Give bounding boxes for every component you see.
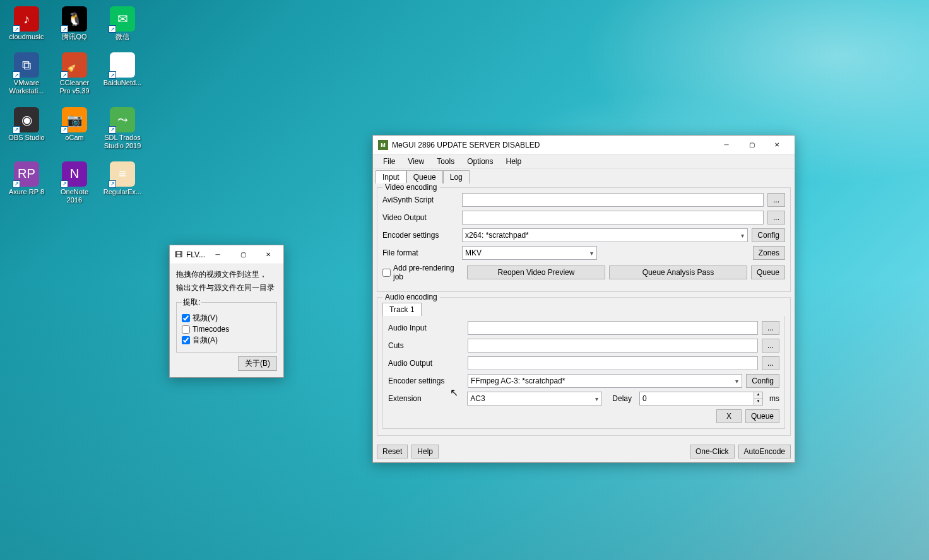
- avisynth-browse-button[interactable]: ...: [767, 193, 785, 207]
- desktop-icon-qq[interactable]: 🐧↗腾讯QQ: [53, 5, 96, 42]
- video-config-button[interactable]: Config: [752, 228, 785, 242]
- queue-analysis-button[interactable]: Queue Analysis Pass: [609, 265, 747, 279]
- flv-audio-checkbox[interactable]: [182, 336, 190, 344]
- audio-x-button[interactable]: X: [716, 409, 742, 423]
- flv-window: 🎞 FLV... ─ ▢ ✕ 拖拽你的视频文件到这里， 输出文件与源文件在同一目…: [169, 245, 284, 378]
- cuts-input[interactable]: [468, 339, 758, 353]
- audio-input-browse-button[interactable]: ...: [762, 321, 779, 335]
- desktop-icon-[interactable]: ✉↗微信: [101, 5, 144, 42]
- shortcut-arrow-icon: ↗: [61, 25, 68, 33]
- flv-video-checkbox[interactable]: [182, 314, 190, 322]
- desktop-icon-obsstudio[interactable]: ◉↗OBS Studio: [5, 106, 48, 151]
- flv-audio-checkbox-row[interactable]: 音频(A): [182, 335, 271, 346]
- video-encoder-select[interactable]: [462, 228, 748, 242]
- megui-minimize-button[interactable]: ─: [714, 136, 739, 154]
- shortcut-arrow-icon: ↗: [109, 25, 116, 33]
- flv-close-button[interactable]: ✕: [256, 246, 281, 264]
- desktop-icon-ocam[interactable]: 📷↗oCam: [53, 106, 96, 151]
- megui-close-button[interactable]: ✕: [764, 136, 790, 154]
- video-output-browse-button[interactable]: ...: [767, 211, 785, 225]
- zones-button[interactable]: Zones: [753, 246, 785, 260]
- desktop-icon-sdltrados[interactable]: ⤳↗SDL Trados Studio 2019: [101, 106, 144, 151]
- reopen-preview-button[interactable]: Reopen Video Preview: [467, 265, 605, 279]
- ms-label: ms: [769, 394, 779, 403]
- autoencode-button[interactable]: AutoEncode: [738, 445, 791, 458]
- audio-encoding-group: Audio encoding Track 1 Audio Input ... C…: [377, 297, 791, 436]
- desktop-icon-label: cloudmusic: [9, 33, 44, 41]
- flv-timecodes-label: Timecodes: [192, 325, 229, 334]
- prerender-checkbox-row[interactable]: Add pre-rendering job: [382, 264, 463, 281]
- desktop-icons-area: ♪↗cloudmusic🐧↗腾讯QQ✉↗微信⧉↗VMware Workstati…: [5, 5, 144, 214]
- extension-select[interactable]: [467, 392, 602, 405]
- audio-encoder-select[interactable]: [468, 374, 742, 388]
- desktop-icon-baidunetd[interactable]: ☁↗BaiduNetd...: [101, 51, 144, 96]
- desktop-icon-cloudmusic[interactable]: ♪↗cloudmusic: [5, 5, 48, 42]
- delay-spinner[interactable]: ▲ ▼: [639, 392, 763, 405]
- video-encoder-label: Encoder settings: [382, 231, 458, 240]
- video-encoding-title: Video encoding: [382, 183, 440, 192]
- flv-about-button[interactable]: 关于(B): [238, 356, 277, 371]
- avisynth-label: AviSynth Script: [382, 195, 458, 204]
- flv-instruction-line2: 输出文件与源文件在同一目录: [176, 283, 277, 293]
- desktop-icon-onenote[interactable]: N↗OneNote 2016: [53, 160, 96, 206]
- audio-encoding-title: Audio encoding: [382, 293, 440, 301]
- shortcut-arrow-icon: ↗: [109, 180, 116, 188]
- menu-options[interactable]: Options: [461, 156, 499, 167]
- menu-view[interactable]: View: [401, 156, 430, 167]
- app-icon: 🐧↗: [62, 6, 87, 32]
- audio-input-field[interactable]: [468, 321, 758, 335]
- flv-video-checkbox-row[interactable]: 视频(V): [182, 313, 271, 324]
- help-button[interactable]: Help: [411, 445, 439, 458]
- flv-extract-fieldset: 提取: 视频(V) Timecodes 音频(A): [176, 297, 277, 353]
- menu-help[interactable]: Help: [500, 156, 528, 167]
- delay-down-button[interactable]: ▼: [754, 399, 762, 405]
- app-icon: RP↗: [14, 161, 39, 187]
- flv-title: FLV...: [186, 250, 205, 259]
- flv-minimize-button[interactable]: ─: [205, 246, 230, 264]
- desktop-icon-axurerp8[interactable]: RP↗Axure RP 8: [5, 160, 48, 206]
- menu-tools[interactable]: Tools: [430, 156, 461, 167]
- tab-queue[interactable]: Queue: [406, 170, 443, 184]
- shortcut-arrow-icon: ↗: [13, 25, 20, 33]
- menu-file[interactable]: File: [377, 156, 401, 167]
- audio-output-input[interactable]: [468, 356, 758, 370]
- video-output-input[interactable]: [462, 211, 764, 225]
- audio-queue-button[interactable]: Queue: [745, 409, 779, 423]
- audio-track1-tab[interactable]: Track 1: [382, 303, 422, 316]
- oneclick-button[interactable]: One-Click: [690, 445, 735, 458]
- megui-maximize-button[interactable]: ▢: [739, 136, 764, 154]
- app-icon: ☁↗: [110, 52, 135, 78]
- flv-titlebar[interactable]: 🎞 FLV... ─ ▢ ✕: [170, 245, 283, 264]
- shortcut-arrow-icon: ↗: [61, 126, 68, 134]
- extension-label: Extension: [388, 394, 463, 403]
- flv-instruction-line1: 拖拽你的视频文件到这里，: [176, 269, 277, 280]
- delay-up-button[interactable]: ▲: [754, 392, 762, 399]
- audio-config-button[interactable]: Config: [746, 374, 779, 388]
- tab-log[interactable]: Log: [443, 170, 470, 184]
- desktop-icon-regularex[interactable]: ≡↗RegularEx...: [101, 160, 144, 206]
- desktop-icon-label: OneNote 2016: [61, 188, 88, 204]
- app-icon: ⧉↗: [14, 52, 39, 78]
- file-format-select[interactable]: [462, 246, 597, 260]
- audio-output-label: Audio Output: [388, 359, 464, 368]
- delay-label: Delay: [612, 394, 632, 403]
- video-queue-button[interactable]: Queue: [751, 265, 785, 279]
- audio-input-label: Audio Input: [388, 324, 464, 332]
- app-icon: 🧹↗: [62, 52, 87, 78]
- megui-menubar: File View Tools Options Help: [373, 155, 795, 169]
- desktop-icon-label: BaiduNetd...: [104, 79, 142, 87]
- desktop-icon-ccleaner[interactable]: 🧹↗CCleaner Pro v5.39: [53, 51, 96, 96]
- megui-titlebar[interactable]: M MeGUI 2896 UPDATE SERVER DISABLED ─ ▢ …: [373, 136, 795, 155]
- flv-timecodes-checkbox-row[interactable]: Timecodes: [182, 325, 271, 334]
- cuts-browse-button[interactable]: ...: [762, 339, 779, 353]
- flv-maximize-button[interactable]: ▢: [230, 246, 256, 264]
- cuts-label: Cuts: [388, 341, 464, 350]
- reset-button[interactable]: Reset: [377, 445, 408, 458]
- delay-input[interactable]: [640, 392, 754, 405]
- tab-input[interactable]: Input: [376, 170, 406, 184]
- desktop-icon-vmware[interactable]: ⧉↗VMware Workstati...: [5, 51, 48, 96]
- avisynth-input[interactable]: [462, 193, 764, 207]
- prerender-checkbox[interactable]: [382, 269, 391, 277]
- audio-output-browse-button[interactable]: ...: [762, 356, 779, 370]
- flv-timecodes-checkbox[interactable]: [182, 325, 190, 334]
